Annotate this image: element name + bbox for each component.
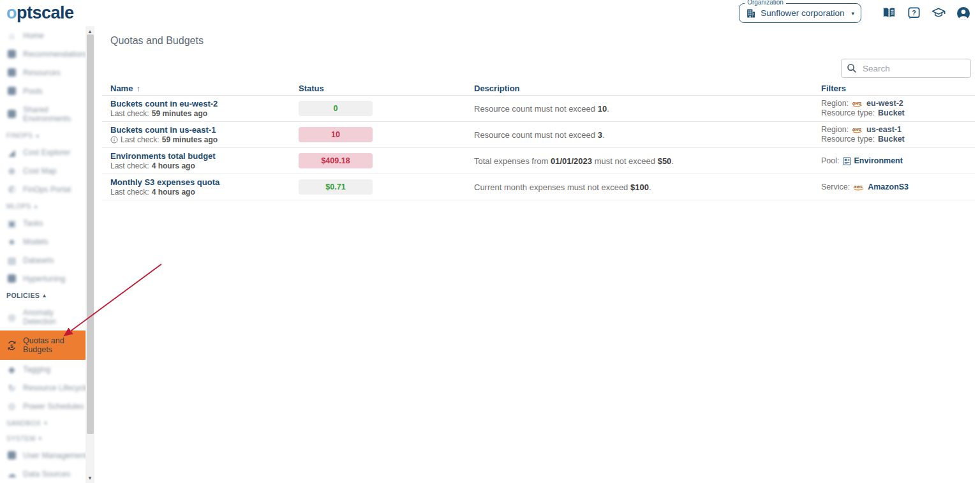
sidebar-section-sandbox[interactable]: SANDBOX▾ <box>0 415 85 431</box>
table-header-row: Name↑ Status Description Filters <box>102 81 975 96</box>
home-icon: ⌂ <box>6 30 17 41</box>
sidebar-item-label: Power Schedules <box>23 402 84 411</box>
column-header-name[interactable]: Name↑ <box>102 84 299 93</box>
filter-line: Region:awsus-east-1 <box>821 125 975 135</box>
status-cell: 10 <box>299 127 474 142</box>
sidebar-item-anomaly-detection[interactable]: ◎Anomaly Detection <box>0 303 85 331</box>
profile-avatar-icon[interactable] <box>956 6 971 21</box>
filter-value: Bucket <box>878 108 905 118</box>
svg-text:?: ? <box>912 9 916 17</box>
sidebar-item-datasets[interactable]: ▤Datasets <box>0 251 85 269</box>
sidebar-item-label: Cost Explorer <box>23 148 71 157</box>
sidebar-item-hypertuning[interactable]: Hypertuning <box>0 269 85 288</box>
sidebar: ⌂HomeRecommendationsResourcesPoolsShared… <box>0 26 94 483</box>
quota-name-link[interactable]: Buckets count in us-east-1 <box>110 125 299 135</box>
chevron-down-icon: ▾ <box>851 10 854 17</box>
resources-icon <box>6 67 17 78</box>
table-row: Monthly S3 expenses quotaLast check:4 ho… <box>102 174 975 200</box>
name-cell: Buckets count in us-east-1Last check:59 … <box>102 125 299 144</box>
name-cell: Environments total budgetLast check:4 ho… <box>102 151 299 170</box>
filter-line: Resource type:Bucket <box>821 135 975 144</box>
sidebar-item-label: Shared Environments <box>23 105 83 123</box>
sidebar-item-label: Home <box>23 31 44 40</box>
anomaly-detection-icon: ◎ <box>6 311 17 322</box>
sidebar-item-resource-lifecycle[interactable]: ↻Resource Lifecycle <box>0 378 85 397</box>
status-chip: 0 <box>299 101 373 116</box>
section-label: SANDBOX <box>6 419 41 427</box>
filter-line: Region:awseu-west-2 <box>821 99 975 108</box>
sidebar-section-mlops[interactable]: MLOPS▴ <box>0 198 85 214</box>
sidebar-item-data-sources[interactable]: ☁Data Sources <box>0 464 85 483</box>
scrollbar-thumb[interactable] <box>87 34 94 434</box>
sidebar-item-tagging[interactable]: ◆Tagging <box>0 360 85 378</box>
sidebar-item-label: User Management <box>23 451 87 460</box>
filter-value-link[interactable]: Environment <box>854 156 903 166</box>
section-label: MLOPS <box>6 202 31 210</box>
sidebar-section-policies[interactable]: POLICIES▴ <box>0 288 85 303</box>
cost-map-icon: ⊕ <box>6 165 17 176</box>
sidebar-item-models[interactable]: ★Models <box>0 232 85 251</box>
status-cell: $409.18 <box>299 153 474 168</box>
building-icon <box>746 8 756 19</box>
app-logo[interactable]: optscale <box>6 4 74 22</box>
sidebar-item-label: Datasets <box>23 256 54 265</box>
info-icon <box>110 136 118 144</box>
sort-asc-icon: ↑ <box>136 84 140 93</box>
search-input[interactable] <box>861 63 965 74</box>
sidebar-item-label: Recommendations <box>23 50 89 59</box>
organization-value: Sunflower corporation <box>761 8 844 18</box>
sidebar-item-label: Cost Map <box>23 167 57 175</box>
filter-line: Pool:Environment <box>821 156 975 166</box>
sidebar-item-finops-portal[interactable]: ✆FinOps Portal <box>0 180 85 198</box>
section-label: FINOPS <box>6 131 33 139</box>
status-chip: $0.71 <box>299 179 373 195</box>
sidebar-item-label: Data Sources <box>23 470 71 479</box>
sidebar-section-finops[interactable]: FINOPS▴ <box>0 128 85 143</box>
pools-icon <box>6 85 17 96</box>
tasks-icon: ▣ <box>6 218 17 228</box>
recommendations-icon <box>6 48 17 59</box>
sidebar-item-recommendations[interactable]: Recommendations <box>0 45 85 63</box>
sidebar-item-shared-environments[interactable]: Shared Environments <box>0 100 85 128</box>
quota-name-link[interactable]: Monthly S3 expenses quota <box>110 177 299 187</box>
filter-line: Resource type:Bucket <box>821 108 975 118</box>
sidebar-nav: ⌂HomeRecommendationsResourcesPoolsShared… <box>0 26 85 483</box>
sidebar-item-cost-explorer[interactable]: ◢Cost Explorer <box>0 143 85 161</box>
organization-selector[interactable]: Organization Sunflower corporation ▾ <box>739 3 861 23</box>
pool-icon <box>843 157 851 165</box>
models-icon: ★ <box>6 236 17 247</box>
logo-rest: ptscale <box>17 3 74 22</box>
status-chip: $409.18 <box>299 153 373 168</box>
sidebar-item-power-schedules[interactable]: ⊙Power Schedules <box>0 397 85 415</box>
sidebar-item-pools[interactable]: Pools <box>0 82 85 100</box>
collapse-up-icon: ▴ <box>43 292 46 299</box>
page-title: Quotas and Budgets <box>110 35 980 47</box>
sidebar-item-quotas-and-budgets[interactable]: $Quotas and Budgets <box>0 331 85 360</box>
sidebar-item-resources[interactable]: Resources <box>0 63 85 82</box>
sidebar-item-user-management[interactable]: User Management <box>0 446 85 464</box>
search-box <box>841 59 971 78</box>
sidebar-item-tasks[interactable]: ▣Tasks <box>0 214 85 232</box>
quota-name-link[interactable]: Buckets count in eu-west-2 <box>110 99 299 108</box>
column-header-description[interactable]: Description <box>474 84 821 93</box>
filter-value: us-east-1 <box>866 125 902 135</box>
sidebar-section-system[interactable]: SYSTEM▾ <box>0 431 85 446</box>
quota-name-link[interactable]: Environments total budget <box>110 151 299 161</box>
column-header-filters[interactable]: Filters <box>821 84 975 93</box>
filter-value-link[interactable]: AmazonS3 <box>868 182 909 192</box>
documentation-book-icon[interactable] <box>881 6 896 21</box>
aws-icon: aws <box>853 184 865 191</box>
sidebar-item-cost-map[interactable]: ⊕Cost Map <box>0 161 85 180</box>
academy-cap-icon[interactable] <box>931 6 946 21</box>
sidebar-item-label: Tagging <box>23 365 50 374</box>
sidebar-scrollbar[interactable]: ▲ ▼ <box>85 26 94 483</box>
name-cell: Buckets count in eu-west-2Last check:59 … <box>102 99 299 118</box>
sidebar-item-home[interactable]: ⌂Home <box>0 26 85 45</box>
status-cell: $0.71 <box>299 179 474 195</box>
column-header-status[interactable]: Status <box>299 84 474 93</box>
scroll-down-icon[interactable]: ▼ <box>85 474 94 482</box>
filter-value: Bucket <box>878 135 905 144</box>
quotas-table: Name↑ Status Description Filters Buckets… <box>102 81 975 200</box>
help-question-icon[interactable]: ? <box>906 6 921 21</box>
last-check-text: Last check:4 hours ago <box>110 161 299 170</box>
